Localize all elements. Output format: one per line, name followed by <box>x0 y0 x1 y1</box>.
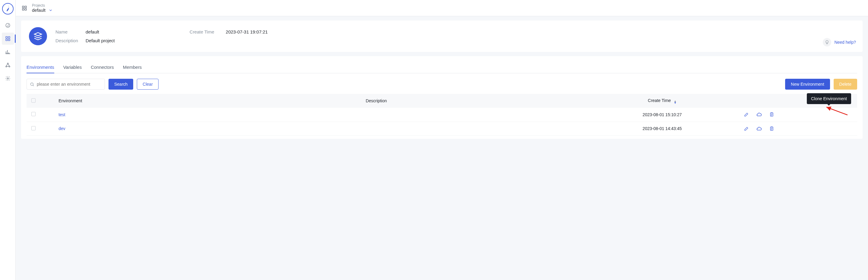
cloud-icon[interactable] <box>756 126 762 132</box>
svg-rect-10 <box>22 6 24 7</box>
svg-rect-5 <box>8 39 10 41</box>
tabs: Environments Variables Connectors Member… <box>27 61 857 73</box>
tab-members[interactable]: Members <box>123 61 142 73</box>
project-selector[interactable]: Projects default <box>32 3 53 13</box>
environment-link[interactable]: dev <box>59 126 65 131</box>
svg-point-8 <box>9 66 10 67</box>
tab-environments[interactable]: Environments <box>27 61 54 73</box>
row-description <box>361 108 585 121</box>
svg-point-6 <box>7 63 8 64</box>
row-create-time: 2023-08-01 14:43:45 <box>585 121 739 136</box>
project-header-card: Name default Create Time 2023-07-31 19:0… <box>21 21 863 52</box>
environment-link[interactable]: test <box>59 112 65 117</box>
clipboard-icon[interactable] <box>769 126 774 131</box>
edit-icon[interactable] <box>744 126 749 131</box>
delete-button[interactable]: Delete <box>834 79 857 90</box>
name-value: default <box>86 29 99 34</box>
create-time-label: Create Time <box>190 29 220 34</box>
create-time-value: 2023-07-31 19:07:21 <box>226 29 268 34</box>
col-environment: Environment <box>54 94 361 108</box>
toolbar: Search Clear New Environment Delete <box>27 79 857 90</box>
row-checkbox[interactable] <box>31 126 36 130</box>
select-all-checkbox[interactable] <box>31 99 36 103</box>
search-input[interactable] <box>37 82 101 87</box>
sidebar-item-apps[interactable] <box>2 33 14 45</box>
row-description <box>361 121 585 136</box>
table-row: dev2023-08-01 14:43:45 <box>27 121 857 136</box>
row-checkbox[interactable] <box>31 112 36 116</box>
description-value: Default project <box>86 38 115 43</box>
sidebar-item-stats[interactable] <box>2 46 14 58</box>
app-logo <box>2 3 13 15</box>
sidebar-item-nodes[interactable] <box>2 59 14 71</box>
environments-table: Environment Description Create Time ▲▼ t… <box>27 94 857 136</box>
table-row: test2023-08-01 15:10:27 <box>27 108 857 121</box>
apps-grid-icon[interactable] <box>22 5 27 11</box>
annotation-arrow <box>824 106 848 116</box>
cloud-icon[interactable] <box>756 112 762 117</box>
edit-icon[interactable] <box>744 112 749 117</box>
projects-label: Projects <box>32 3 53 7</box>
need-help-text: Need help? <box>834 40 856 45</box>
svg-rect-13 <box>25 8 27 10</box>
name-label: Name <box>56 29 86 34</box>
svg-rect-11 <box>25 6 27 7</box>
search-button[interactable]: Search <box>108 79 133 90</box>
sidebar <box>0 0 16 280</box>
col-description: Description <box>361 94 585 108</box>
sidebar-item-dashboard[interactable] <box>2 19 14 31</box>
row-create-time: 2023-08-01 15:10:27 <box>585 108 739 121</box>
lightbulb-icon <box>823 38 831 47</box>
svg-point-14 <box>31 83 33 85</box>
chevron-down-icon <box>49 8 53 12</box>
svg-point-9 <box>7 78 8 79</box>
tooltip-clone-environment: Clone Environment <box>807 93 851 104</box>
topbar: Projects default <box>16 0 868 16</box>
tab-variables[interactable]: Variables <box>63 61 82 73</box>
clipboard-icon[interactable] <box>769 112 774 117</box>
svg-rect-3 <box>8 36 10 38</box>
svg-point-7 <box>5 66 7 67</box>
svg-rect-4 <box>6 39 7 41</box>
svg-rect-2 <box>6 36 7 38</box>
svg-rect-12 <box>22 8 24 10</box>
tab-connectors[interactable]: Connectors <box>91 61 114 73</box>
clear-button[interactable]: Clear <box>137 79 158 90</box>
project-layers-icon <box>29 27 47 45</box>
need-help-link[interactable]: Need help? <box>823 38 856 47</box>
sidebar-item-settings[interactable] <box>2 73 14 84</box>
sort-icon: ▲▼ <box>674 100 677 104</box>
col-create-time[interactable]: Create Time ▲▼ <box>585 94 739 108</box>
project-name: default <box>32 7 45 13</box>
new-environment-button[interactable]: New Environment <box>785 79 830 90</box>
description-label: Description <box>56 38 86 43</box>
search-box <box>27 79 105 90</box>
search-icon <box>30 82 34 87</box>
